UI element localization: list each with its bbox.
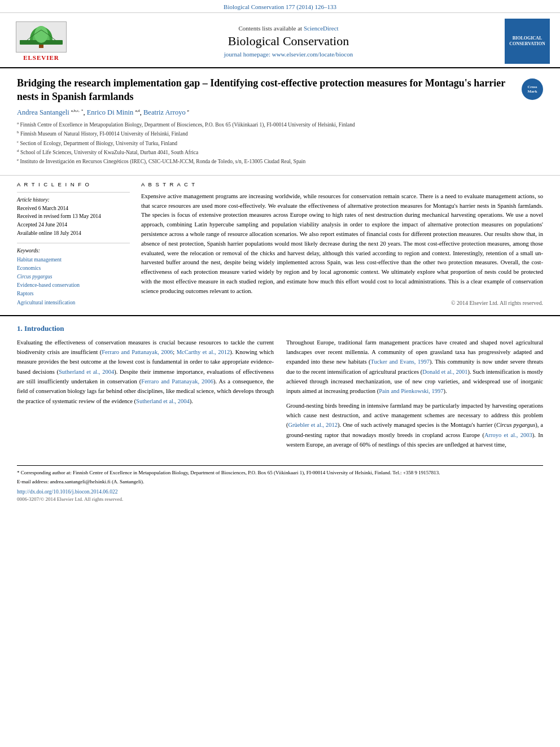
available-date: Available online 18 July 2014 — [17, 229, 130, 238]
intro-right-col: Throughout Europe, traditional farm mana… — [286, 338, 543, 454]
affiliation-b: b Finnish Museum of Natural History, FI-… — [17, 129, 543, 138]
species-name: Circus pygargus — [496, 422, 535, 428]
ref-sutherland2004a[interactable]: Sutherland et al., 2004 — [59, 369, 114, 375]
crossmark-badge[interactable]: CrossMark — [522, 78, 543, 100]
doi-text: http://dx.doi.org/10.1016/j.biocon.2014.… — [17, 489, 117, 495]
email-link[interactable]: andrea.santangeli@helsinki.fi — [50, 479, 110, 484]
affil-sup-e: e — [187, 108, 189, 113]
affiliations: a Finnish Centre of Excellence in Metapo… — [17, 120, 543, 166]
affiliation-a: a Finnish Centre of Excellence in Metapo… — [17, 120, 543, 129]
article-history-block: Article history: Received 6 March 2014 R… — [17, 192, 130, 238]
introduction-body: Evaluating the effectiveness of conserva… — [17, 338, 543, 454]
journal-logo-text: BIOLOGICAL CONSERVATION — [509, 36, 545, 47]
ref-arroyo2003[interactable]: Arroyo et al., 2003 — [484, 432, 532, 438]
ref-donald2001[interactable]: Donald et al., 2001 — [422, 369, 467, 375]
journal-title: Biological Conservation — [84, 34, 493, 49]
introduction-heading: 1. Introduction — [17, 324, 543, 333]
ref-pain1997[interactable]: Pain and Pienkowski, 1997 — [379, 388, 443, 394]
abstract-column: A B S T R A C T Expensive active managem… — [141, 181, 543, 307]
crossmark-label: CrossMark — [527, 85, 537, 94]
authors-line: Andrea Santangeli a,b,c, *, Enrico Di Mi… — [17, 108, 543, 117]
journal-ref-text: Biological Conservation 177 (2014) 126–1… — [224, 3, 336, 10]
abstract-text: Expensive active management programs are… — [141, 192, 543, 296]
journal-homepage: journal homepage: www.elsevier.com/locat… — [84, 51, 493, 58]
article-title-row: Bridging the research implementation gap… — [17, 76, 543, 104]
ref-ferraro2006[interactable]: Ferraro and Pattanayak, 2006 — [102, 349, 173, 355]
journal-header-center: Contents lists available at ScienceDirec… — [72, 25, 505, 58]
ref-tucker1997[interactable]: Tucker and Evans, 1997 — [371, 359, 430, 365]
keywords-label: Keywords: — [17, 247, 130, 255]
email-suffix: (A. Santangeli). — [112, 479, 144, 484]
ref-ferraro2006b[interactable]: Ferraro and Pattanayak, 2006 — [141, 378, 213, 385]
article-info-abstract-section: A R T I C L E I N F O Article history: R… — [0, 176, 560, 316]
footnote-area: * Corresponding author at: Finnish Centr… — [17, 465, 543, 504]
affiliation-c: c Section of Ecology, Department of Biol… — [17, 139, 543, 147]
body-section: 1. Introduction Evaluating the effective… — [0, 316, 560, 460]
keyword-agricultural[interactable]: Agricultural intensification — [17, 299, 130, 307]
elsevier-logo-area: ELSEVIER — [10, 21, 72, 61]
elsevier-tree-logo — [16, 21, 67, 53]
revised-date: Received in revised form 13 May 2014 — [17, 212, 130, 221]
svg-point-1 — [34, 26, 48, 43]
article-info-column: A R T I C L E I N F O Article history: R… — [17, 181, 130, 307]
intro-left-paragraph: Evaluating the effectiveness of conserva… — [17, 338, 274, 406]
keyword-habitat[interactable]: Habitat management — [17, 256, 130, 264]
intro-right-text: Throughout Europe, traditional farm mana… — [286, 338, 543, 449]
intro-right-para2: Ground-nesting birds breeding in intensi… — [286, 401, 543, 450]
intro-right-para1: Throughout Europe, traditional farm mana… — [286, 338, 543, 396]
article-title-area: Bridging the research implementation gap… — [0, 68, 560, 176]
journal-reference: Biological Conservation 177 (2014) 126–1… — [0, 0, 560, 13]
ref-mccarthy2012[interactable]: McCarthy et al., 2012 — [177, 349, 230, 355]
sciencedirect-prefix: Contents lists available at — [238, 25, 302, 32]
keywords-block: Keywords: Habitat management Economics C… — [17, 243, 130, 307]
affil-sup-star: * — [81, 108, 84, 113]
crossmark-icon[interactable]: CrossMark — [522, 78, 543, 100]
article-info-heading: A R T I C L E I N F O — [17, 181, 130, 187]
author-diminin[interactable]: Enrico Di Minin — [87, 108, 134, 116]
accepted-date: Accepted 24 June 2014 — [17, 221, 130, 229]
keyword-raptors[interactable]: Raptors — [17, 290, 130, 298]
intro-left-col: Evaluating the effectiveness of conserva… — [17, 338, 274, 454]
received-date: Received 6 March 2014 — [17, 204, 130, 213]
abstract-paragraph: Expensive active management programs are… — [141, 192, 543, 296]
issn-line: 0006-3207/© 2014 Elsevier Ltd. All right… — [17, 496, 543, 504]
affil-sup-ad: a,d — [135, 108, 139, 113]
svg-rect-2 — [39, 45, 43, 48]
journal-logo-badge: BIOLOGICAL CONSERVATION — [505, 19, 550, 64]
ref-sutherland2004b[interactable]: Sutherland et al., 2004 — [136, 398, 190, 404]
keyword-circus[interactable]: Circus pygargus — [17, 273, 130, 281]
article-title: Bridging the research implementation gap… — [17, 76, 522, 104]
corresponding-footnote: * Corresponding author at: Finnish Centr… — [17, 469, 543, 477]
keyword-economics[interactable]: Economics — [17, 264, 130, 273]
author-santangeli[interactable]: Andrea Santangeli — [17, 108, 69, 116]
sciencedirect-link[interactable]: ScienceDirect — [304, 25, 339, 32]
email-footnote: E-mail address: andrea.santangeli@helsin… — [17, 478, 543, 486]
affil-sup-a: a,b,c, — [71, 108, 80, 113]
sciencedirect-line: Contents lists available at ScienceDirec… — [84, 25, 493, 32]
abstract-heading: A B S T R A C T — [141, 181, 543, 187]
ref-gruebler2012[interactable]: Grüebler et al., 2012 — [288, 422, 338, 428]
history-label: Article history: — [17, 196, 130, 204]
elsevier-wordmark: ELSEVIER — [23, 54, 59, 61]
doi-line[interactable]: http://dx.doi.org/10.1016/j.biocon.2014.… — [17, 488, 543, 496]
author-arroyo[interactable]: Beatriz Arroyo — [143, 108, 186, 116]
copyright-line: © 2014 Elsevier Ltd. All rights reserved… — [141, 300, 543, 306]
intro-left-text: Evaluating the effectiveness of conserva… — [17, 338, 274, 406]
keyword-evidence[interactable]: Evidence-based conservation — [17, 281, 130, 290]
email-label: E-mail address: — [17, 479, 50, 484]
affiliation-e: e Instituto de Investigación en Recursos… — [17, 157, 543, 165]
journal-header: ELSEVIER Contents lists available at Sci… — [0, 13, 560, 68]
affiliation-d: d School of Life Sciences, University of… — [17, 148, 543, 156]
